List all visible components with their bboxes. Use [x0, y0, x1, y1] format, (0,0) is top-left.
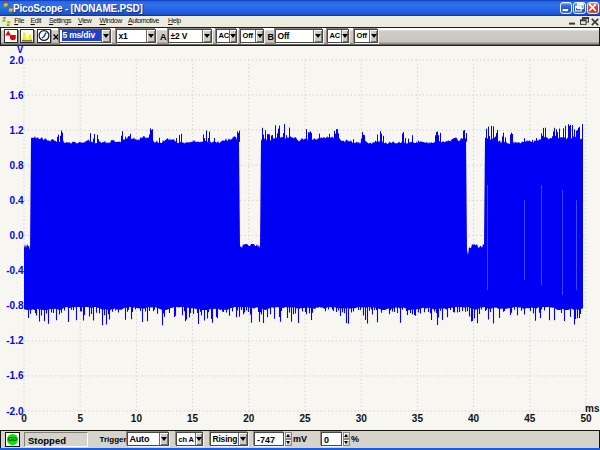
svg-text:0.8: 0.8: [10, 160, 24, 171]
svg-text:ms: ms: [585, 403, 600, 414]
svg-text:1.2: 1.2: [10, 125, 24, 136]
svg-text:15: 15: [187, 413, 199, 424]
svg-text:10: 10: [131, 413, 143, 424]
svg-text:1.6: 1.6: [10, 90, 24, 101]
svg-text:0.4: 0.4: [10, 195, 24, 206]
svg-text:20: 20: [243, 413, 255, 424]
svg-text:-0.4: -0.4: [6, 265, 24, 276]
svg-text:2.0: 2.0: [10, 55, 24, 66]
svg-text:-1.6: -1.6: [6, 370, 24, 381]
svg-text:30: 30: [356, 413, 368, 424]
svg-text:50: 50: [580, 413, 592, 424]
svg-text:25: 25: [299, 413, 311, 424]
svg-text:0: 0: [21, 413, 27, 424]
svg-text:5: 5: [77, 413, 83, 424]
svg-text:35: 35: [412, 413, 424, 424]
svg-text:40: 40: [468, 413, 480, 424]
svg-text:0.0: 0.0: [10, 230, 24, 241]
svg-text:45: 45: [524, 413, 536, 424]
svg-text:-0.8: -0.8: [6, 300, 24, 311]
svg-text:-1.2: -1.2: [6, 335, 24, 346]
